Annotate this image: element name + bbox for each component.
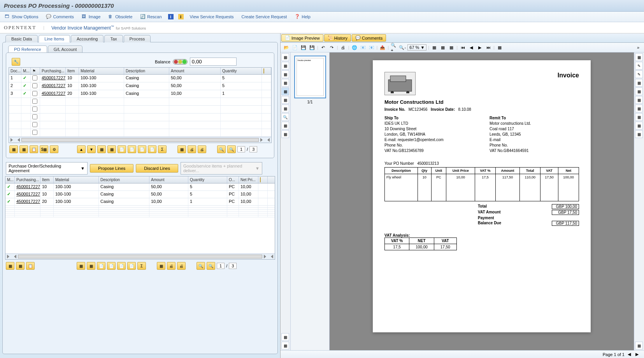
tool-l2[interactable]: ▦ [281,62,289,70]
scroll-right-icon[interactable] [16,138,20,142]
horizontal-scrollbar[interactable] [18,255,262,258]
page-thumbnail[interactable]: Invoice preview [294,56,326,98]
row-checkbox[interactable] [32,75,37,80]
btn-e5[interactable]: 📄 [117,262,126,270]
tool-r8[interactable]: ▦ [635,113,643,121]
balance-value[interactable] [190,58,237,66]
col-description[interactable]: Description [124,68,169,74]
mail2-icon[interactable]: 📧 [368,44,375,51]
find-button[interactable]: 🔍 [217,145,226,153]
btn-b5[interactable]: 📄 [138,145,146,153]
scroll-left2-icon[interactable] [264,255,268,258]
find-next-button[interactable]: 🔍 [227,145,236,153]
v1-icon[interactable]: ▦ [431,44,438,51]
tool-r10[interactable]: ▦ [635,130,643,138]
tool-l5[interactable]: ▦ [281,87,289,95]
undo-icon[interactable]: ↶ [320,44,327,51]
table-row[interactable]: 2 4500017227 10 100-100 Casing 50,00 5 [9,82,271,90]
table-row[interactable]: 4500017227 20 100-100 Casing 10,00 1 PC … [5,198,275,206]
v2-icon[interactable]: ▦ [439,44,446,51]
table-row[interactable] [5,215,275,217]
save-icon[interactable]: 💾 [300,44,307,51]
btn-d2[interactable]: ▦ [16,262,25,270]
tool-l7[interactable]: ▦ [281,105,289,112]
tool-r11[interactable]: ▦ [635,342,643,349]
tool-r1[interactable]: ▦ [635,53,643,61]
btn-e1[interactable]: ▦ [77,262,85,270]
row-checkbox[interactable] [32,114,37,119]
table-row[interactable] [9,129,271,137]
btn-b4[interactable]: 📄 [128,145,136,153]
row-checkbox[interactable] [32,99,37,104]
next-icon[interactable]: ▶ [476,44,483,51]
tool-l4[interactable]: ▦ [281,79,289,87]
row-checkbox[interactable] [32,130,37,135]
zoom-select[interactable]: 67 % ▼ [407,44,426,51]
tab-process[interactable]: Process [124,35,151,42]
btn-e3[interactable]: 📄 [97,262,105,270]
page-icon[interactable]: ▦ [496,44,503,51]
btn-a1[interactable]: ▦ [9,145,18,153]
btn-b7[interactable]: Σ [158,145,167,153]
row-checkbox[interactable] [32,107,37,112]
col2-m[interactable]: M... [5,176,15,183]
table-row[interactable]: 4500017227 10 100-100 Casing 50,00 5 PC … [5,191,275,198]
tool-r7[interactable]: ▦ [635,105,643,112]
table-row[interactable] [9,121,271,129]
col-m[interactable]: M... [21,68,31,74]
tab-tax[interactable]: Tax [104,35,123,42]
btn-a2[interactable]: ▦ [19,145,28,153]
tool-r6[interactable]: ▦ [635,96,643,104]
v3-icon[interactable]: ▦ [448,44,455,51]
export-icon[interactable]: 📤 [379,44,386,51]
btn-c1[interactable]: ▦ [177,145,186,153]
print-icon[interactable]: 🖨 [340,44,347,51]
tool-r4[interactable]: ▦ [635,79,643,87]
tab-line-items[interactable]: Line Items [39,35,70,42]
subtab-po-reference[interactable]: PO Reference [8,45,47,53]
scroll-right-icon[interactable] [12,255,16,258]
tab-basic-data[interactable]: Basic Data [5,35,38,42]
page-current2[interactable]: 1 [217,263,225,269]
discard-lines-button[interactable]: Discard Lines [136,164,178,173]
first-icon[interactable]: ⏮ [459,44,466,51]
btn-f2[interactable]: 🖨 [167,262,175,270]
tool-l12[interactable]: ▦ [281,342,289,349]
image-button[interactable]: 🖼Image [80,13,102,20]
col2-netpr[interactable]: Net Pri... [239,176,258,183]
btn-e6[interactable]: 📄 [127,262,136,270]
btn-b2[interactable]: ▦ [107,145,116,153]
col2-purchasing[interactable]: Purchasing... [15,176,40,183]
row-checkbox[interactable] [32,91,37,96]
scroll-left-icon[interactable] [11,138,14,142]
obsolete-button[interactable]: 🗑Obsolete [107,13,134,20]
tool-r3[interactable]: ✎ [635,70,643,78]
tool-l10[interactable]: ▦ [281,130,289,138]
zoom-out-icon[interactable]: 🔍- [399,44,406,51]
view-service-requests-button[interactable]: View Service Requests [188,14,235,20]
find-button2[interactable]: 🔍 [197,262,205,270]
overflow-icon[interactable]: » [635,44,642,51]
scroll-right2-icon[interactable] [266,138,270,142]
scroll-left-icon[interactable] [7,255,11,258]
table-row[interactable] [9,106,271,114]
mail-icon[interactable]: 📧 [360,44,367,51]
btn-d1[interactable]: ▦ [6,262,14,270]
zoom-in-icon[interactable]: 🔍+ [390,44,397,51]
warning-icon[interactable]: i [178,14,184,19]
table-row[interactable] [9,98,271,106]
tool-r9[interactable]: ▦ [635,122,643,129]
rescan-button[interactable]: 🔄Rescan [139,13,163,20]
page-current[interactable]: 1 [237,146,245,152]
col2-o[interactable]: O... [227,176,239,183]
col-material[interactable]: Material [79,68,124,74]
btn-a4[interactable]: $▦ [40,145,48,153]
col2-material[interactable]: Material [54,176,99,183]
table-row[interactable] [9,114,271,121]
btn-e7[interactable]: Σ [137,262,146,270]
btn-e2[interactable]: ▦ [87,262,95,270]
btn-a3[interactable]: 📋 [30,145,38,153]
scroll-left2-icon[interactable] [260,138,264,142]
show-options-button[interactable]: 🗔Show Options [3,13,40,20]
btn-b6[interactable]: 📄 [148,145,156,153]
